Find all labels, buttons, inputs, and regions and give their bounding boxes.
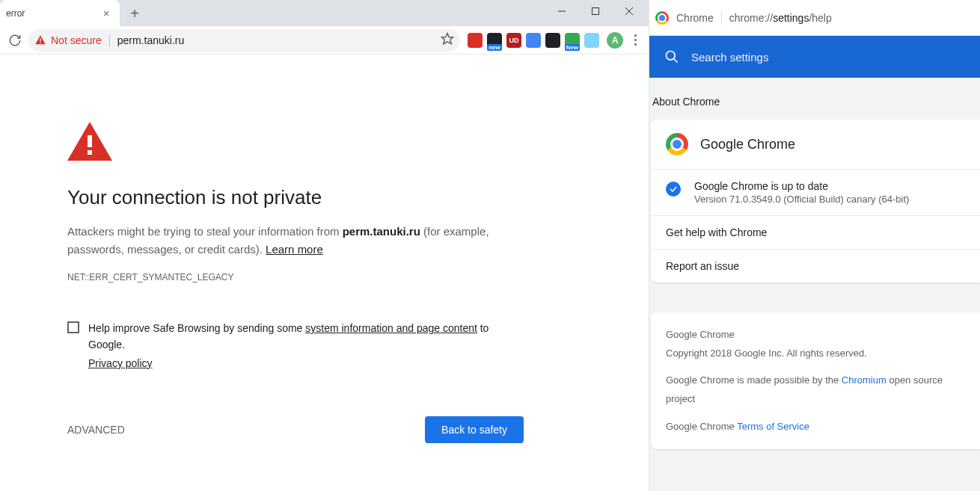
- about-chrome-heading: About Chrome: [652, 96, 980, 108]
- svg-line-10: [674, 59, 678, 63]
- extension-icon[interactable]: [584, 33, 599, 48]
- chrome-logo-icon: [666, 133, 688, 155]
- chromium-link[interactable]: Chromium: [842, 374, 886, 386]
- settings-url[interactable]: chrome://settings/help: [729, 12, 832, 24]
- bookmark-star-icon[interactable]: [441, 32, 454, 48]
- extension-icons: newUDNew: [468, 33, 599, 48]
- warning-triangle-icon: [67, 122, 112, 161]
- error-title: Your connection is not private: [67, 186, 524, 209]
- search-placeholder: Search settings: [691, 51, 768, 64]
- system-info-link[interactable]: system information and page content: [305, 322, 477, 334]
- profile-avatar[interactable]: A: [607, 32, 623, 49]
- warning-triangle-icon: [34, 34, 46, 46]
- search-icon: [664, 49, 679, 64]
- svg-rect-8: [88, 150, 92, 155]
- about-footer-card: Google Chrome Copyright 2018 Google Inc.…: [651, 312, 980, 449]
- window-controls: [545, 0, 646, 22]
- footer-copyright: Copyright 2018 Google Inc. All rights re…: [666, 345, 965, 363]
- svg-rect-4: [40, 38, 40, 41]
- app-name-label: Chrome: [676, 12, 714, 24]
- update-status-text: Google Chrome is up to date: [694, 180, 909, 192]
- tab-strip: error × +: [0, 0, 649, 26]
- get-help-link[interactable]: Get help with Chrome: [651, 216, 980, 250]
- extension-icon[interactable]: New: [565, 33, 580, 48]
- browser-tab[interactable]: error ×: [0, 0, 120, 26]
- safe-browsing-opt-in: Help improve Safe Browsing by sending so…: [67, 320, 524, 371]
- check-circle-icon: [666, 182, 681, 197]
- learn-more-link[interactable]: Learn more: [266, 243, 323, 256]
- error-page: Your connection is not private Attackers…: [0, 55, 649, 491]
- version-text: Version 71.0.3549.0 (Official Build) can…: [694, 194, 909, 205]
- close-window-button[interactable]: [612, 0, 646, 22]
- url-text: perm.tanuki.ru: [117, 34, 436, 46]
- tab-title: error: [6, 8, 100, 19]
- extension-icon[interactable]: UD: [506, 33, 521, 48]
- terms-of-service-link[interactable]: Terms of Service: [737, 421, 809, 432]
- extension-icon[interactable]: [545, 33, 560, 48]
- address-bar[interactable]: Not secure perm.tanuki.ru: [28, 29, 460, 52]
- error-code: NET::ERR_CERT_SYMANTEC_LEGACY: [67, 272, 524, 282]
- error-description: Attackers might be trying to steal your …: [67, 223, 524, 259]
- svg-marker-6: [442, 34, 453, 44]
- back-to-safety-button[interactable]: Back to safety: [425, 416, 524, 443]
- safe-browsing-checkbox[interactable]: [67, 321, 79, 333]
- close-tab-icon[interactable]: ×: [100, 7, 112, 19]
- settings-search-bar[interactable]: Search settings: [649, 36, 980, 78]
- toolbar: Not secure perm.tanuki.ru newUDNew A: [0, 26, 649, 55]
- chrome-logo-icon: [655, 11, 669, 25]
- separator: [109, 34, 110, 46]
- minimize-button[interactable]: [545, 0, 578, 22]
- error-browser-window: error × + Not secure perm.tanuki.ru: [0, 0, 649, 491]
- report-issue-link[interactable]: Report an issue: [651, 250, 980, 282]
- separator: [721, 11, 722, 25]
- footer-product: Google Chrome: [666, 326, 965, 345]
- extension-icon[interactable]: [526, 33, 541, 48]
- new-tab-button[interactable]: +: [124, 3, 145, 24]
- reload-icon[interactable]: [4, 30, 25, 51]
- extension-icon[interactable]: [468, 33, 483, 48]
- svg-point-9: [667, 52, 676, 61]
- settings-browser-window: Chrome chrome://settings/help Search set…: [649, 0, 980, 491]
- maximize-button[interactable]: [578, 0, 612, 22]
- extension-icon[interactable]: new: [487, 33, 502, 48]
- product-name: Google Chrome: [700, 137, 795, 152]
- svg-rect-5: [40, 42, 40, 43]
- update-status-row: Google Chrome is up to date Version 71.0…: [651, 170, 980, 216]
- kebab-menu-icon[interactable]: [626, 30, 644, 51]
- svg-rect-7: [88, 135, 92, 147]
- advanced-button[interactable]: ADVANCED: [67, 424, 125, 436]
- svg-rect-1: [592, 8, 598, 15]
- about-chrome-card: Google Chrome Google Chrome is up to dat…: [651, 120, 980, 282]
- privacy-policy-link[interactable]: Privacy policy: [88, 355, 524, 371]
- security-status: Not secure: [51, 34, 102, 46]
- settings-address-bar: Chrome chrome://settings/help: [649, 0, 980, 36]
